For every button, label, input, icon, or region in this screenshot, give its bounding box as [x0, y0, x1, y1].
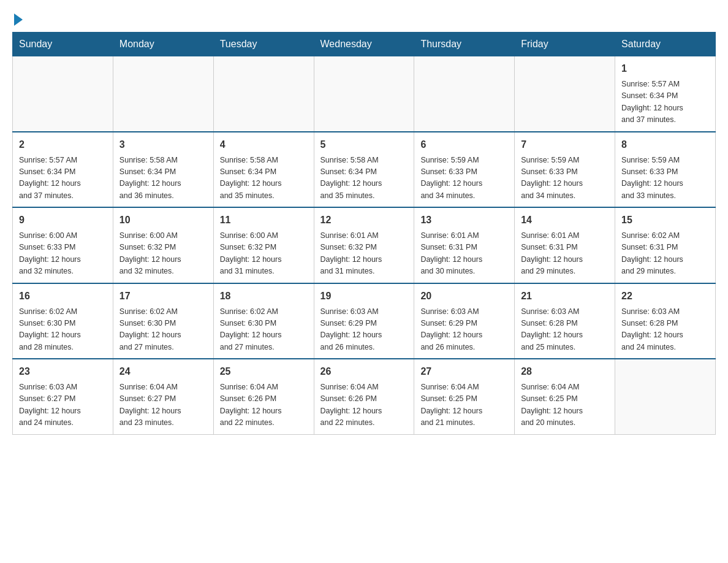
day-number: 10: [119, 213, 207, 228]
calendar-day-cell: 9Sunrise: 6:00 AMSunset: 6:33 PMDaylight…: [13, 207, 113, 283]
calendar-week-row: 16Sunrise: 6:02 AMSunset: 6:30 PMDayligh…: [13, 283, 716, 359]
calendar-day-cell: 21Sunrise: 6:03 AMSunset: 6:28 PMDayligh…: [515, 283, 615, 359]
day-info: Sunrise: 5:59 AMSunset: 6:33 PMDaylight:…: [521, 155, 609, 202]
day-number: 16: [19, 289, 107, 304]
day-number: 23: [19, 364, 107, 379]
calendar-day-cell: [615, 359, 716, 434]
calendar-day-cell: [13, 56, 113, 132]
day-number: 13: [420, 213, 508, 228]
calendar-day-cell: 5Sunrise: 5:58 AMSunset: 6:34 PMDaylight…: [314, 132, 414, 208]
calendar-day-cell: 19Sunrise: 6:03 AMSunset: 6:29 PMDayligh…: [314, 283, 414, 359]
calendar-day-cell: 18Sunrise: 6:02 AMSunset: 6:30 PMDayligh…: [213, 283, 314, 359]
day-number: 17: [119, 289, 207, 304]
day-info: Sunrise: 6:03 AMSunset: 6:28 PMDaylight:…: [621, 306, 709, 354]
day-number: 24: [119, 364, 207, 379]
day-number: 1: [621, 61, 709, 76]
day-info: Sunrise: 6:01 AMSunset: 6:32 PMDaylight:…: [320, 230, 408, 278]
calendar-week-row: 1Sunrise: 5:57 AMSunset: 6:34 PMDaylight…: [13, 56, 716, 132]
day-info: Sunrise: 5:58 AMSunset: 6:34 PMDaylight:…: [220, 155, 308, 202]
calendar-day-cell: 22Sunrise: 6:03 AMSunset: 6:28 PMDayligh…: [615, 283, 716, 359]
day-info: Sunrise: 5:58 AMSunset: 6:34 PMDaylight:…: [119, 155, 207, 202]
calendar-day-cell: 26Sunrise: 6:04 AMSunset: 6:26 PMDayligh…: [314, 359, 414, 434]
day-info: Sunrise: 6:02 AMSunset: 6:30 PMDaylight:…: [19, 306, 107, 354]
weekday-header-friday: Friday: [515, 33, 615, 56]
day-info: Sunrise: 6:02 AMSunset: 6:30 PMDaylight:…: [220, 306, 308, 354]
day-info: Sunrise: 5:59 AMSunset: 6:33 PMDaylight:…: [621, 155, 709, 202]
calendar-day-cell: 6Sunrise: 5:59 AMSunset: 6:33 PMDaylight…: [414, 132, 515, 208]
calendar-header-row: SundayMondayTuesdayWednesdayThursdayFrid…: [13, 33, 716, 56]
calendar-day-cell: 13Sunrise: 6:01 AMSunset: 6:31 PMDayligh…: [414, 207, 515, 283]
logo: [12, 12, 29, 26]
day-number: 9: [19, 213, 107, 228]
weekday-header-monday: Monday: [113, 33, 213, 56]
day-info: Sunrise: 6:00 AMSunset: 6:33 PMDaylight:…: [19, 230, 107, 278]
day-info: Sunrise: 6:01 AMSunset: 6:31 PMDaylight:…: [521, 230, 609, 278]
calendar-day-cell: [314, 56, 414, 132]
day-info: Sunrise: 5:58 AMSunset: 6:34 PMDaylight:…: [320, 155, 408, 202]
day-number: 20: [420, 289, 508, 304]
weekday-header-tuesday: Tuesday: [213, 33, 314, 56]
calendar-day-cell: 17Sunrise: 6:02 AMSunset: 6:30 PMDayligh…: [113, 283, 213, 359]
day-info: Sunrise: 6:01 AMSunset: 6:31 PMDaylight:…: [420, 230, 508, 278]
weekday-header-sunday: Sunday: [13, 33, 113, 56]
day-number: 19: [320, 289, 408, 304]
calendar-day-cell: [213, 56, 314, 132]
day-info: Sunrise: 6:04 AMSunset: 6:26 PMDaylight:…: [320, 381, 408, 429]
day-info: Sunrise: 6:04 AMSunset: 6:27 PMDaylight:…: [119, 381, 207, 429]
day-info: Sunrise: 6:00 AMSunset: 6:32 PMDaylight:…: [119, 230, 207, 278]
calendar-day-cell: 27Sunrise: 6:04 AMSunset: 6:25 PMDayligh…: [414, 359, 515, 434]
day-number: 6: [420, 137, 508, 152]
calendar-day-cell: 14Sunrise: 6:01 AMSunset: 6:31 PMDayligh…: [515, 207, 615, 283]
calendar-day-cell: 7Sunrise: 5:59 AMSunset: 6:33 PMDaylight…: [515, 132, 615, 208]
weekday-header-saturday: Saturday: [615, 33, 716, 56]
day-info: Sunrise: 6:03 AMSunset: 6:29 PMDaylight:…: [320, 306, 408, 354]
day-number: 18: [220, 289, 308, 304]
day-number: 14: [521, 213, 609, 228]
calendar-day-cell: 24Sunrise: 6:04 AMSunset: 6:27 PMDayligh…: [113, 359, 213, 434]
day-number: 15: [621, 213, 709, 228]
day-number: 5: [320, 137, 408, 152]
day-info: Sunrise: 5:57 AMSunset: 6:34 PMDaylight:…: [19, 155, 107, 202]
calendar-table: SundayMondayTuesdayWednesdayThursdayFrid…: [12, 32, 716, 435]
day-info: Sunrise: 6:03 AMSunset: 6:28 PMDaylight:…: [521, 306, 609, 354]
calendar-day-cell: 8Sunrise: 5:59 AMSunset: 6:33 PMDaylight…: [615, 132, 716, 208]
calendar-day-cell: 23Sunrise: 6:03 AMSunset: 6:27 PMDayligh…: [13, 359, 113, 434]
calendar-day-cell: [515, 56, 615, 132]
header: [12, 12, 716, 26]
calendar-day-cell: 4Sunrise: 5:58 AMSunset: 6:34 PMDaylight…: [213, 132, 314, 208]
day-number: 12: [320, 213, 408, 228]
day-number: 11: [220, 213, 308, 228]
day-number: 8: [621, 137, 709, 152]
day-info: Sunrise: 5:57 AMSunset: 6:34 PMDaylight:…: [621, 79, 709, 126]
calendar-week-row: 2Sunrise: 5:57 AMSunset: 6:34 PMDaylight…: [13, 132, 716, 208]
calendar-day-cell: 1Sunrise: 5:57 AMSunset: 6:34 PMDaylight…: [615, 56, 716, 132]
calendar-day-cell: 12Sunrise: 6:01 AMSunset: 6:32 PMDayligh…: [314, 207, 414, 283]
calendar-day-cell: 16Sunrise: 6:02 AMSunset: 6:30 PMDayligh…: [13, 283, 113, 359]
day-number: 22: [621, 289, 709, 304]
day-number: 4: [220, 137, 308, 152]
day-number: 26: [320, 364, 408, 379]
day-info: Sunrise: 6:02 AMSunset: 6:31 PMDaylight:…: [621, 230, 709, 278]
calendar-day-cell: 25Sunrise: 6:04 AMSunset: 6:26 PMDayligh…: [213, 359, 314, 434]
day-info: Sunrise: 6:00 AMSunset: 6:32 PMDaylight:…: [220, 230, 308, 278]
weekday-header-thursday: Thursday: [414, 33, 515, 56]
calendar-day-cell: 2Sunrise: 5:57 AMSunset: 6:34 PMDaylight…: [13, 132, 113, 208]
day-info: Sunrise: 6:03 AMSunset: 6:27 PMDaylight:…: [19, 381, 107, 429]
calendar-week-row: 9Sunrise: 6:00 AMSunset: 6:33 PMDaylight…: [13, 207, 716, 283]
day-number: 27: [420, 364, 508, 379]
weekday-header-wednesday: Wednesday: [314, 33, 414, 56]
calendar-day-cell: 3Sunrise: 5:58 AMSunset: 6:34 PMDaylight…: [113, 132, 213, 208]
day-info: Sunrise: 6:02 AMSunset: 6:30 PMDaylight:…: [119, 306, 207, 354]
day-number: 7: [521, 137, 609, 152]
calendar-week-row: 23Sunrise: 6:03 AMSunset: 6:27 PMDayligh…: [13, 359, 716, 434]
calendar-day-cell: 28Sunrise: 6:04 AMSunset: 6:25 PMDayligh…: [515, 359, 615, 434]
day-info: Sunrise: 6:04 AMSunset: 6:26 PMDaylight:…: [220, 381, 308, 429]
calendar-day-cell: 10Sunrise: 6:00 AMSunset: 6:32 PMDayligh…: [113, 207, 213, 283]
calendar-day-cell: 15Sunrise: 6:02 AMSunset: 6:31 PMDayligh…: [615, 207, 716, 283]
calendar-day-cell: 11Sunrise: 6:00 AMSunset: 6:32 PMDayligh…: [213, 207, 314, 283]
day-number: 28: [521, 364, 609, 379]
day-number: 3: [119, 137, 207, 152]
day-info: Sunrise: 6:04 AMSunset: 6:25 PMDaylight:…: [420, 381, 508, 429]
day-number: 21: [521, 289, 609, 304]
calendar-day-cell: [113, 56, 213, 132]
